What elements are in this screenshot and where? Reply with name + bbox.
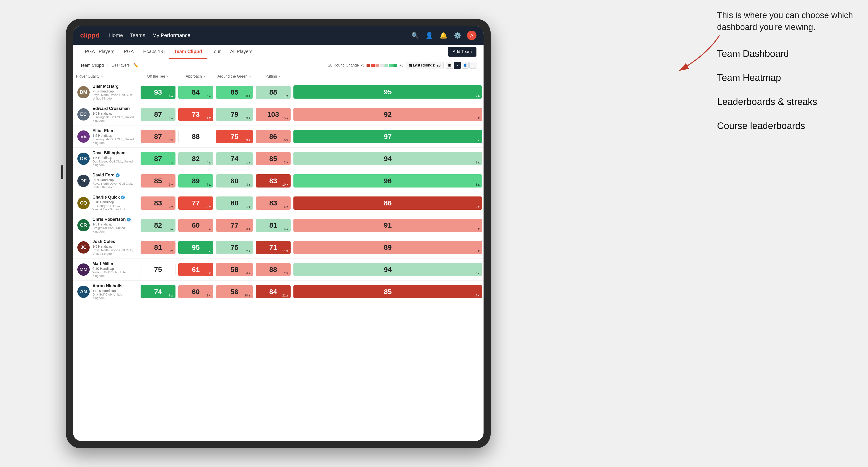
score-cell-putting: 941▲ — [292, 148, 484, 170]
score-cell-off-tee: 601▼ — [177, 281, 215, 303]
tab-hcaps[interactable]: Hcaps 1-5 — [138, 45, 169, 59]
view-person-button[interactable]: 👤 — [462, 62, 469, 69]
score-cell-putting: 868▼ — [292, 192, 484, 214]
player-avatar[interactable]: DB — [78, 153, 90, 165]
score-change: 14▼ — [205, 205, 211, 209]
player-info: EEElliot Ebert1-5 HandicapSunningdale Go… — [74, 126, 138, 147]
around-green-sort[interactable]: Around the Green ▼ — [217, 74, 251, 79]
table-row[interactable]: EEElliot Ebert1-5 HandicapSunningdale Go… — [73, 125, 484, 148]
nav-link-teams[interactable]: Teams — [130, 31, 145, 40]
score-number: 86 — [269, 133, 277, 140]
score-box: 88 — [178, 130, 213, 143]
player-info: ECEdward Crossman1-5 HandicapSunningdale… — [74, 104, 138, 124]
player-info-cell: CRChris Robertson✓1-5 HandicapCraigmilla… — [73, 214, 139, 236]
person-icon[interactable]: 👤 — [425, 31, 434, 40]
player-name: Aaron Nicholls — [92, 283, 135, 288]
player-quality-label: Player Quality — [76, 74, 99, 79]
score-box: 773▼ — [216, 219, 253, 232]
color-scale — [367, 64, 397, 67]
tab-pga[interactable]: PGA — [119, 45, 138, 59]
score-change: 6▼ — [284, 138, 289, 142]
player-avatar[interactable]: MM — [78, 263, 90, 276]
score-cell-player-quality: 75 — [139, 258, 177, 281]
view-download-button[interactable]: ↓ — [469, 62, 476, 69]
bell-icon[interactable]: 🔔 — [439, 31, 448, 40]
score-change: 21▲ — [282, 294, 289, 297]
score-box: 854▼ — [293, 285, 482, 299]
tab-pgat-players[interactable]: PGAT Players — [80, 45, 119, 59]
player-club: St. George's Hill GC - Weybridge - Surre… — [92, 204, 135, 211]
player-avatar[interactable]: EC — [78, 108, 90, 121]
table-row[interactable]: DFDavid Ford✓Plus HandicapRoyal North De… — [73, 170, 484, 192]
player-avatar[interactable]: CR — [78, 219, 90, 231]
player-avatar[interactable]: JC — [78, 241, 90, 253]
score-number: 84 — [269, 288, 277, 295]
tab-tour[interactable]: Tour — [207, 45, 225, 59]
player-info: ANAaron Nicholls11-15 HandicapDrift Golf… — [74, 282, 138, 302]
score-cell-off-tee: 958▲ — [177, 236, 215, 258]
score-change: 8▼ — [475, 205, 480, 209]
table-row[interactable]: BMBlair McHargPlus HandicapRoyal North D… — [73, 81, 484, 103]
last-rounds-button[interactable]: ⊞ Last Rounds: 20 — [406, 62, 444, 69]
score-box: 913▼ — [293, 219, 482, 232]
tab-all-players[interactable]: All Players — [225, 45, 257, 59]
score-box: 959▲ — [293, 85, 482, 99]
player-handicap: 6-10 Handicap — [92, 200, 135, 204]
table-row[interactable]: ECEdward Crossman1-5 HandicapSunningdale… — [73, 103, 484, 125]
table-row[interactable]: CRChris Robertson✓1-5 HandicapCraigmilla… — [73, 214, 484, 236]
score-change: 1▼ — [284, 94, 289, 98]
settings-icon[interactable]: ⚙️ — [453, 31, 462, 40]
table-row[interactable]: CQCharlie Quick✓6-10 HandicapSt. George'… — [73, 192, 484, 214]
score-change: 2▼ — [475, 249, 480, 253]
table-row[interactable]: JCJosh Coles1-5 HandicapRoyal North Devo… — [73, 236, 484, 258]
player-handicap: 1-5 Handicap — [92, 222, 135, 226]
table-row[interactable]: DBDave Billingham1-5 HandicapGog Magog G… — [73, 148, 484, 170]
nav-link-home[interactable]: Home — [109, 31, 123, 40]
score-cell-approach: 753▼ — [215, 125, 254, 148]
player-avatar[interactable]: BM — [78, 86, 90, 98]
player-info: BMBlair McHargPlus HandicapRoyal North D… — [74, 82, 138, 102]
score-cell-approach: 858▲ — [215, 81, 254, 103]
player-info: CRChris Robertson✓1-5 HandicapCraigmilla… — [74, 215, 138, 235]
view-grid-button[interactable]: ⊞ — [446, 62, 453, 69]
score-number: 89 — [192, 177, 199, 184]
score-number: 75 — [154, 266, 162, 273]
off-tee-sort[interactable]: Off the Tee ▼ — [142, 74, 174, 79]
approach-sort[interactable]: Approach ▼ — [180, 74, 212, 79]
player-avatar[interactable]: CQ — [78, 197, 90, 209]
putting-label: Putting — [266, 74, 277, 79]
score-cell-off-tee: 897▲ — [177, 170, 215, 192]
add-team-button[interactable]: Add Team — [448, 47, 476, 57]
score-number: 77 — [192, 199, 199, 207]
score-cell-player-quality: 874▲ — [139, 148, 177, 170]
search-icon[interactable]: 🔍 — [410, 31, 420, 40]
table-row[interactable]: ANAaron Nicholls11-15 HandicapDrift Golf… — [73, 281, 484, 303]
score-box: 873▼ — [141, 130, 176, 143]
player-avatar[interactable]: DF — [78, 175, 90, 187]
view-table-button[interactable]: ≡ — [454, 62, 461, 69]
score-number: 85 — [269, 155, 277, 162]
navigation-bar: clippd Home Teams My Performance 🔍 👤 🔔 ⚙… — [73, 26, 484, 45]
player-quality-sort[interactable]: Player Quality ▼ — [76, 74, 136, 79]
col-header-putting: Putting ▼ — [254, 72, 292, 81]
score-cell-player-quality: 823▲ — [139, 214, 177, 236]
score-change: 2▲ — [207, 227, 211, 231]
table-row[interactable]: MMMatt Miller6-10 HandicapWoburn Golf Cl… — [73, 258, 484, 281]
score-box: 803▲ — [216, 174, 253, 187]
player-avatar[interactable]: AN — [78, 286, 90, 298]
annotation-intro: This is where you can choose which dashb… — [717, 9, 859, 33]
edit-icon[interactable]: ✏️ — [133, 63, 138, 68]
tab-team-clippd[interactable]: Team Clippd — [169, 45, 207, 59]
score-box: 868▼ — [293, 196, 482, 210]
score-box: 882▼ — [256, 263, 290, 276]
player-details: Josh Coles1-5 HandicapRoyal North Devon … — [92, 239, 135, 255]
score-change: 3▼ — [475, 116, 480, 120]
nav-link-my-performance[interactable]: My Performance — [152, 31, 190, 40]
putting-sort[interactable]: Putting ▼ — [257, 74, 289, 79]
avatar-icon[interactable]: A — [467, 31, 476, 40]
score-box: 601▼ — [178, 285, 213, 299]
view-toggle: ⊞ ≡ 👤 ↓ — [446, 62, 476, 69]
score-box: 752▲ — [216, 241, 253, 254]
score-cell-putting: 923▼ — [292, 103, 484, 125]
player-avatar[interactable]: EE — [78, 130, 90, 143]
